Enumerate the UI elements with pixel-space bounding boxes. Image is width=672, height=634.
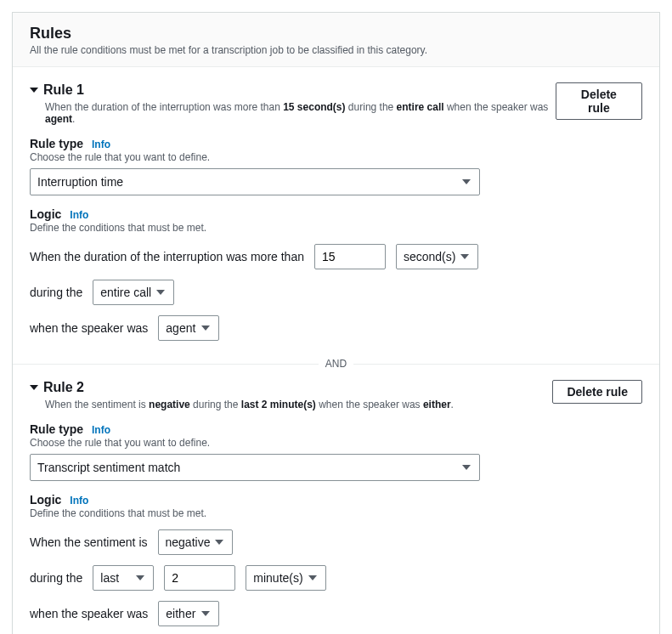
rules-panel: Rules All the rule conditions must be me… (12, 12, 660, 634)
chevron-down-icon (201, 325, 210, 331)
rule-type-hint: Choose the rule that you want to define. (30, 151, 642, 163)
rule-1-unit-select[interactable]: second(s) (396, 244, 478, 269)
logic-hint: Define the conditions that must be met. (30, 222, 642, 234)
logic-info-link[interactable]: Info (70, 495, 88, 507)
chevron-down-icon (215, 540, 223, 545)
and-label: AND (319, 358, 353, 370)
panel-description: All the rule conditions must be met for … (30, 44, 642, 56)
rule-1-speaker-label: when the speaker was (30, 321, 148, 335)
rule-type-label: Rule type (30, 137, 83, 150)
rule-2-period-unit-select[interactable]: minute(s) (246, 565, 325, 591)
rule-type-hint: Choose the rule that you want to define. (30, 437, 642, 449)
chevron-down-icon (460, 254, 469, 259)
rule-1-speaker-select[interactable]: agent (158, 315, 219, 341)
rule-2-during-label: during the (30, 571, 82, 585)
rule-1-type-select[interactable]: Interruption time (30, 168, 480, 195)
chevron-down-icon (462, 179, 471, 184)
chevron-down-icon (201, 611, 210, 616)
rule-1: Rule 1 When the duration of the interrup… (30, 67, 642, 341)
chevron-down-icon (136, 575, 144, 580)
panel-title: Rules (30, 25, 642, 42)
rule-2-period-value-input[interactable] (164, 565, 235, 591)
rule-2-summary: When the sentiment is negative during th… (45, 399, 454, 410)
rule-1-period-select[interactable]: entire call (93, 280, 174, 305)
rule-2-type-select[interactable]: Transcript sentiment match (30, 454, 480, 481)
logic-label: Logic (30, 207, 61, 221)
panel-header: Rules All the rule conditions must be me… (13, 13, 659, 67)
logic-hint: Define the conditions that must be met. (30, 507, 642, 519)
logic-info-link[interactable]: Info (70, 209, 88, 221)
rule-1-during-label: during the (30, 286, 82, 299)
rule-2-sentiment-label: When the sentiment is (30, 535, 148, 549)
rule-type-info-link[interactable]: Info (92, 139, 110, 150)
and-separator: AND (13, 356, 659, 371)
rule-type-info-link[interactable]: Info (92, 424, 110, 436)
rule-2-sentiment-select[interactable]: negative (158, 529, 234, 555)
chevron-down-icon (30, 385, 38, 390)
rule-2-speaker-select[interactable]: either (158, 601, 219, 626)
rule-1-toggle[interactable]: Rule 1 (30, 82, 556, 98)
panel-body: Rule 1 When the duration of the interrup… (13, 67, 659, 634)
chevron-down-icon (30, 88, 38, 93)
delete-rule-2-button[interactable]: Delete rule (552, 380, 642, 404)
chevron-down-icon (308, 575, 317, 580)
chevron-down-icon (156, 290, 165, 295)
chevron-down-icon (462, 465, 471, 470)
rule-2-title: Rule 2 (43, 380, 84, 395)
rule-1-summary: When the duration of the interruption wa… (45, 101, 556, 125)
rule-1-duration-input[interactable] (314, 244, 386, 269)
rule-1-title: Rule 1 (43, 82, 84, 98)
logic-label: Logic (30, 493, 61, 507)
rule-2-period-position-select[interactable]: last (93, 565, 154, 591)
rule-type-label: Rule type (30, 422, 83, 436)
rule-2: Rule 2 When the sentiment is negative du… (30, 371, 642, 626)
delete-rule-1-button[interactable]: Delete rule (556, 82, 642, 120)
rule-2-speaker-label: when the speaker was (30, 607, 148, 620)
rule-1-duration-label: When the duration of the interruption wa… (30, 250, 304, 263)
rule-2-toggle[interactable]: Rule 2 (30, 380, 454, 395)
